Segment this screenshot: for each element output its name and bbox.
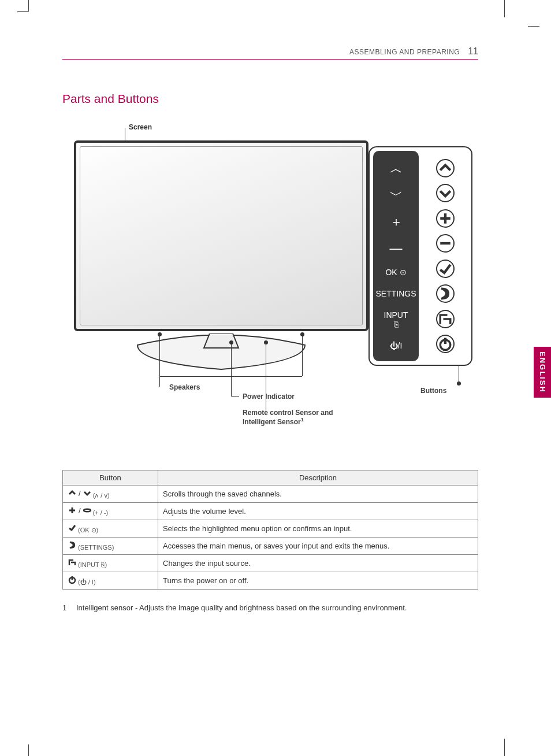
- screen-label: Screen: [129, 123, 152, 131]
- volume-up-label: ＋: [390, 215, 403, 229]
- button-text: (⏻ / I): [78, 579, 96, 585]
- running-header: ASSEMBLING AND PREPARING 11: [62, 46, 478, 60]
- section-name: ASSEMBLING AND PREPARING: [349, 48, 460, 56]
- description-cell: Adjusts the volume level.: [158, 503, 478, 520]
- crop-mark: [504, 0, 505, 17]
- volume-down-icon: [436, 234, 455, 253]
- button-text: (ʌ / v): [93, 492, 110, 499]
- buttons-label: Buttons: [420, 387, 446, 395]
- crop-mark: [17, 0, 29, 12]
- input-icon: [436, 310, 455, 328]
- description-cell: Scrolls through the saved channels.: [158, 486, 478, 503]
- volume-down-label: —: [390, 242, 403, 255]
- button-text: (+ / -): [93, 509, 109, 516]
- button-icon: [68, 558, 77, 567]
- table-row: / (+ / -)Adjusts the volume level.: [63, 503, 478, 520]
- buttons-table: Button Description / (ʌ / v)Scrolls thro…: [62, 470, 478, 590]
- crop-mark: [504, 739, 505, 756]
- tv-outline: [74, 140, 368, 331]
- ok-label: OK ⊙: [385, 268, 406, 277]
- button-icon: /: [68, 488, 92, 498]
- panel-labels-column: ︿ ﹀ ＋ — OK ⊙ SETTINGS INPUT ⎘ ⏻/I: [373, 151, 419, 361]
- leader-line: [459, 366, 459, 383]
- table-row: (INPUT ⎘)Changes the input source.: [63, 555, 478, 572]
- footnote-ref: 1: [301, 417, 304, 423]
- crop-mark: [17, 744, 29, 756]
- language-tab: ENGLISH: [534, 347, 551, 398]
- table-row: (SETTINGS)Accesses the main menus, or sa…: [63, 538, 478, 555]
- footnote: 1 Intelligent sensor - Adjusts the image…: [62, 603, 478, 612]
- ok-icon: [436, 260, 455, 278]
- volume-up-icon: [436, 209, 455, 228]
- page-content: ASSEMBLING AND PREPARING 11 Parts and Bu…: [62, 46, 478, 612]
- tv-stand: [132, 333, 311, 374]
- button-text: (OK ⊙): [78, 527, 98, 533]
- channel-down-icon: [436, 184, 455, 202]
- button-cell: (INPUT ⎘): [63, 555, 158, 572]
- remote-sensor-label: Remote control Sensor and Intelligent Se…: [243, 409, 358, 426]
- leader-line: [302, 335, 303, 376]
- speakers-label: Speakers: [169, 383, 200, 391]
- leader-line: [231, 396, 239, 396]
- button-cell: (SETTINGS): [63, 538, 158, 555]
- leader-line: [159, 335, 160, 387]
- remote-sensor-text: Remote control Sensor and Intelligent Se…: [243, 409, 333, 426]
- settings-icon: [436, 284, 455, 303]
- table-row: (⏻ / I)Turns the power on or off.: [63, 572, 478, 590]
- description-cell: Changes the input source.: [158, 555, 478, 572]
- input-label: INPUT ⎘: [384, 311, 408, 329]
- power-label: ⏻/I: [390, 342, 403, 350]
- table-row: / (ʌ / v)Scrolls through the saved chann…: [63, 486, 478, 503]
- description-cell: Selects the highlighted menu option or c…: [158, 520, 478, 538]
- description-cell: Accesses the main menus, or saves your i…: [158, 538, 478, 555]
- page-title: Parts and Buttons: [62, 92, 478, 106]
- footnote-number: 1: [62, 603, 68, 612]
- button-text: (INPUT ⎘): [78, 561, 107, 568]
- description-cell: Turns the power on or off.: [158, 572, 478, 590]
- channel-up-icon: [436, 159, 455, 177]
- th-button: Button: [63, 470, 158, 486]
- button-cell: / (ʌ / v): [63, 486, 158, 503]
- table-row: (OK ⊙)Selects the highlighted menu optio…: [63, 520, 478, 538]
- leader-line: [231, 343, 232, 396]
- leader-line: [266, 343, 266, 411]
- tv-diagram: Screen ︿ ﹀ ＋ — OK ⊙ SETTINGS INPUT ⎘ ⏻/I: [62, 123, 478, 447]
- button-cell: (OK ⊙): [63, 520, 158, 538]
- buttons-panel: ︿ ﹀ ＋ — OK ⊙ SETTINGS INPUT ⎘ ⏻/I: [368, 146, 472, 366]
- power-indicator-label: Power Indicator: [243, 392, 295, 401]
- channel-up-label: ︿: [390, 162, 403, 176]
- panel-buttons-column: [422, 151, 468, 361]
- footnote-text: Intelligent sensor - Adjusts the image q…: [76, 603, 407, 612]
- settings-label: SETTINGS: [375, 290, 416, 298]
- crop-mark: [528, 26, 539, 27]
- button-icon: [68, 540, 77, 550]
- button-cell: / (+ / -): [63, 503, 158, 520]
- button-icon: [68, 523, 77, 532]
- svg-point-1: [84, 509, 91, 512]
- th-description: Description: [158, 470, 478, 486]
- page-number: 11: [468, 46, 478, 57]
- button-icon: [68, 575, 77, 584]
- button-cell: (⏻ / I): [63, 572, 158, 590]
- channel-down-label: ﹀: [390, 188, 403, 202]
- button-icon: /: [68, 506, 92, 515]
- button-text: (SETTINGS): [78, 544, 114, 551]
- power-icon: [436, 335, 455, 353]
